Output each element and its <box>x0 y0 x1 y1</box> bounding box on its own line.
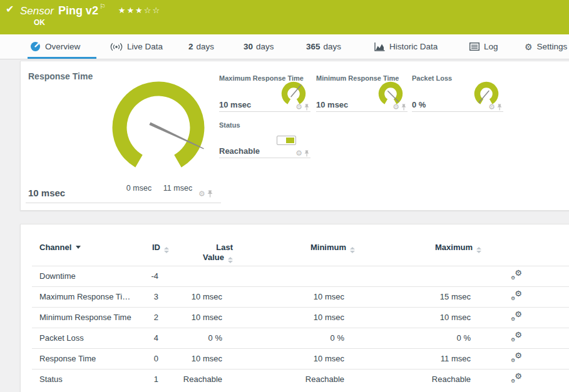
tab-label: Settings <box>537 42 568 51</box>
table-row: Minimum Response Time 2 10 msec 10 msec … <box>32 307 569 328</box>
channel-name: Response Time <box>32 348 140 369</box>
column-header-maximum[interactable]: Maximum <box>355 237 481 266</box>
channel-name: Downtime <box>32 266 140 286</box>
table-row: Downtime -4 ⚙⚙ <box>32 266 569 286</box>
favorite-flag-icon[interactable]: ⚐ <box>100 3 106 10</box>
sort-icon <box>164 247 169 253</box>
channels-table: Channel ID Last Value Minimum Maximum <box>32 237 569 389</box>
channel-name: Minimum Response Time <box>32 307 140 328</box>
tab-number: 365 <box>306 42 320 51</box>
sensor-status-text: OK <box>34 18 45 27</box>
tab-settings[interactable]: ⚙ Settings <box>525 34 567 59</box>
channel-settings-icon[interactable]: ⚙⚙ <box>511 271 522 280</box>
column-label: ID <box>152 243 160 252</box>
sort-icon <box>350 247 355 253</box>
pin-icon[interactable] <box>304 150 309 157</box>
channel-settings-icon[interactable]: ⚙⚙ <box>511 353 522 363</box>
sensor-kind-label: Sensor <box>20 5 54 17</box>
gauge-title: Status <box>219 121 310 129</box>
tab-number: 30 <box>243 42 253 51</box>
tab-historic-data[interactable]: Historic Data <box>374 34 438 59</box>
table-row: Status 1 Reachable Reachable Reachable ⚙… <box>32 369 569 389</box>
tab-label: Overview <box>45 42 80 51</box>
chart-icon <box>374 43 385 51</box>
channel-minimum <box>233 266 355 286</box>
table-row: Response Time 0 10 msec 10 msec 11 msec … <box>32 348 569 369</box>
channel-last-value <box>169 266 233 286</box>
gauge-settings-gear-icon[interactable]: ⚙ <box>198 190 205 198</box>
channel-id: 0 <box>140 348 169 369</box>
channel-settings-icon[interactable]: ⚙⚙ <box>511 374 522 383</box>
tab-label: days <box>324 42 342 51</box>
pin-icon[interactable] <box>497 104 502 111</box>
channel-last-value: 0 % <box>169 328 233 348</box>
column-label: Last <box>169 243 233 253</box>
live-broadcast-icon <box>110 43 123 51</box>
min-response-time-gauge-block: Minimum Response Time 10 msec ⚙ <box>316 74 408 112</box>
channel-minimum: 10 msec <box>233 307 355 328</box>
channel-maximum: 0 % <box>355 328 481 348</box>
channel-last-value: 10 msec <box>169 286 233 307</box>
tab-live-data[interactable]: Live Data <box>110 34 163 59</box>
gauge-settings-gear-icon[interactable]: ⚙ <box>295 103 302 111</box>
gauges-panel: Response Time 0 msec 11 msec 10 msec ⚙ M… <box>20 61 569 211</box>
table-row: Maximum Response Ti… 3 10 msec 10 msec 1… <box>32 286 569 307</box>
channel-maximum: Reachable <box>355 369 481 389</box>
gauge-value: 0 % <box>412 100 426 109</box>
channel-id: 3 <box>140 286 169 307</box>
max-response-time-gauge-block: Maximum Response Time 10 msec ⚙ <box>219 74 310 112</box>
gauge-settings-gear-icon[interactable]: ⚙ <box>295 149 302 157</box>
tab-30-days[interactable]: 30days <box>243 34 274 59</box>
gauge-settings-gear-icon[interactable]: ⚙ <box>488 103 495 111</box>
pin-icon[interactable] <box>207 190 213 198</box>
column-label: Channel <box>39 243 71 252</box>
column-label: Maximum <box>435 243 473 252</box>
sort-icon <box>476 247 481 253</box>
channel-settings-icon[interactable]: ⚙⚙ <box>511 333 522 342</box>
channel-id: 1 <box>140 369 169 389</box>
tab-overview[interactable]: Overview <box>30 34 80 59</box>
priority-stars[interactable]: ★★★☆☆ <box>118 6 161 15</box>
sensor-header: ✔ SensorPing v2⚐★★★☆☆ OK <box>0 0 569 34</box>
column-label: Minimum <box>310 243 346 252</box>
log-list-icon <box>469 43 479 51</box>
channel-settings-icon[interactable]: ⚙⚙ <box>511 291 522 301</box>
gauge-value: 10 msec <box>219 100 251 109</box>
gauge-icon <box>30 41 41 52</box>
channel-name: Status <box>32 369 140 389</box>
table-row: Packet Loss 4 0 % 0 % 0 % ⚙⚙ <box>32 328 569 348</box>
channel-settings-icon[interactable]: ⚙⚙ <box>511 312 522 321</box>
column-header-minimum[interactable]: Minimum <box>233 237 355 266</box>
pin-icon[interactable] <box>304 104 309 111</box>
sort-desc-icon <box>76 246 81 249</box>
tab-label: days <box>197 42 215 51</box>
tab-log[interactable]: Log <box>469 34 498 59</box>
response-time-gauge-block: Response Time 0 msec 11 msec 10 msec ⚙ <box>21 61 227 211</box>
channel-id: 4 <box>140 328 169 348</box>
response-time-gauge <box>95 74 223 175</box>
gauge-scale-max: 11 msec <box>158 184 198 193</box>
tab-number: 2 <box>188 42 193 51</box>
channel-minimum: 10 msec <box>233 286 355 307</box>
channel-maximum: 15 msec <box>355 286 481 307</box>
channel-id: 2 <box>140 307 169 328</box>
gear-icon: ⚙ <box>525 42 533 52</box>
channel-name: Maximum Response Ti… <box>32 286 140 307</box>
divider <box>26 203 221 203</box>
pin-icon[interactable] <box>401 104 406 111</box>
channel-maximum: 11 msec <box>355 348 481 369</box>
gauge-scale-min: 0 msec <box>119 184 159 193</box>
tab-365-days[interactable]: 365days <box>306 34 341 59</box>
channel-id: -4 <box>140 266 169 286</box>
channel-last-value: 10 msec <box>169 348 233 369</box>
gauge-value: 10 msec <box>316 100 348 109</box>
status-channel-block: Status Reachable ⚙ <box>219 121 310 158</box>
tab-label: Historic Data <box>389 42 438 51</box>
tab-2-days[interactable]: 2days <box>188 34 214 59</box>
tab-label: days <box>256 42 274 51</box>
gauge-value: 10 msec <box>28 188 65 198</box>
column-header-last-value[interactable]: Last Value <box>169 237 233 266</box>
column-header-channel[interactable]: Channel <box>32 237 140 266</box>
gauge-settings-gear-icon[interactable]: ⚙ <box>392 103 399 111</box>
column-header-id[interactable]: ID <box>140 237 169 266</box>
